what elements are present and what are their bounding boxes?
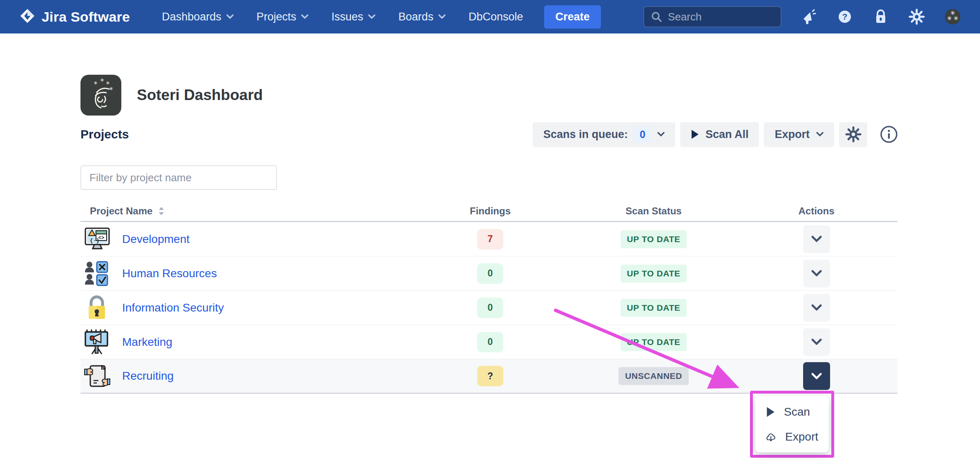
nav-item-label: DbConsole: [469, 11, 523, 23]
projects-table: Project Name Findings Scan Status Action…: [80, 201, 897, 394]
svg-text:*: *: [109, 86, 113, 94]
dropdown-item-label: Scan: [784, 405, 810, 419]
row-actions-button[interactable]: [803, 260, 830, 287]
scans-in-queue-label: Scans in queue:: [543, 128, 628, 141]
soteri-face-logo: ****: [80, 75, 121, 116]
nav-item-issues[interactable]: Issues: [331, 11, 375, 23]
info-icon: [880, 125, 898, 144]
table-row: Information Security 0 UP TO DATE: [80, 291, 897, 325]
scans-in-queue-count: 0: [634, 127, 651, 142]
soteri-dashboard-page: Jira Software Dashboards Projects Issues…: [0, 0, 980, 472]
chevron-down-icon: [811, 338, 822, 345]
chevron-down-icon: [226, 14, 234, 19]
scan-status-badge: UP TO DATE: [621, 265, 687, 283]
scan-status-badge: UP TO DATE: [621, 230, 687, 248]
row-actions-button[interactable]: [803, 294, 830, 322]
jira-brand[interactable]: Jira Software: [19, 8, 130, 25]
project-link[interactable]: Human Resources: [122, 267, 217, 280]
chevron-down-icon: [301, 14, 308, 19]
export-button[interactable]: Export: [764, 122, 834, 147]
row-actions-button[interactable]: [803, 225, 830, 253]
nav-item-boards[interactable]: Boards: [398, 11, 446, 23]
scan-status-badge: UNSCANNED: [618, 367, 689, 385]
chevron-down-icon: [811, 304, 822, 311]
chevron-down-icon: [811, 236, 822, 243]
column-header-actions: Actions: [735, 205, 897, 217]
nav-item-dashboards[interactable]: Dashboards: [162, 11, 234, 23]
help-icon[interactable]: ?: [836, 8, 853, 25]
table-row: Marketing 0 UP TO DATE: [80, 325, 897, 359]
findings-count: 0: [477, 332, 503, 352]
project-link[interactable]: Information Security: [122, 301, 224, 314]
row-actions-button[interactable]: [803, 328, 830, 356]
projects-toolbar: Scans in queue: 0 Scan All Export: [533, 122, 898, 147]
project-link[interactable]: Development: [122, 233, 190, 246]
search-box[interactable]: [643, 6, 781, 27]
billboard-megaphone-icon: [84, 329, 111, 356]
gear-icon: [845, 126, 862, 143]
search-input[interactable]: [668, 11, 766, 23]
dropdown-item-label: Export: [785, 430, 818, 443]
chevron-down-icon: [438, 14, 446, 19]
scan-all-button[interactable]: Scan All: [680, 122, 759, 147]
jira-logo-icon: [19, 8, 36, 25]
sort-icon: [158, 207, 165, 216]
padlock-icon: [84, 294, 111, 321]
info-button[interactable]: [880, 125, 898, 144]
row-actions-dropdown: Scan Export: [755, 396, 829, 452]
project-filter-input[interactable]: [80, 165, 277, 190]
svg-text:?: ?: [842, 12, 848, 21]
scan-all-label: Scan All: [705, 128, 749, 141]
megaphone-icon[interactable]: [800, 8, 817, 25]
nav-item-label: Issues: [331, 11, 363, 23]
play-icon: [766, 407, 775, 417]
scans-in-queue-button[interactable]: Scans in queue: 0: [533, 122, 675, 147]
app-header: **** Soteri Dashboard: [80, 75, 263, 116]
findings-count: ?: [477, 366, 503, 386]
search-icon: [651, 11, 662, 22]
table-row: <> {·} Development 7 UP TO DATE: [80, 222, 897, 256]
column-header-findings: Findings: [409, 205, 572, 217]
findings-count: 0: [477, 263, 503, 284]
row-actions-button-open[interactable]: [803, 362, 830, 390]
project-link[interactable]: Marketing: [122, 336, 172, 349]
svg-text:{·}: {·}: [90, 238, 99, 244]
chevron-down-icon: [368, 14, 375, 19]
findings-count: 7: [477, 229, 503, 249]
dropdown-item-scan[interactable]: Scan: [755, 401, 829, 423]
dropdown-item-export[interactable]: Export: [755, 425, 829, 448]
cloud-download-icon: [766, 432, 776, 442]
top-navbar: Jira Software Dashboards Projects Issues…: [0, 0, 980, 33]
development-monitor-icon: <> {·}: [84, 226, 111, 253]
create-button[interactable]: Create: [544, 5, 601, 29]
play-icon: [691, 129, 699, 139]
column-header-scan-status: Scan Status: [572, 205, 735, 217]
chevron-down-icon: [811, 270, 822, 277]
chevron-down-icon: [816, 132, 824, 137]
svg-text:*: *: [100, 78, 104, 85]
navbar-right: ?: [643, 6, 961, 27]
project-link[interactable]: Recruiting: [122, 370, 174, 383]
svg-text:*: *: [94, 80, 98, 88]
table-row: Recruiting ? UNSCANNED: [80, 359, 897, 394]
column-header-project-name[interactable]: Project Name: [80, 205, 409, 217]
gear-icon[interactable]: [908, 8, 925, 25]
people-checklist-icon: [84, 260, 111, 287]
lock-icon[interactable]: [872, 8, 889, 25]
findings-count: 0: [477, 298, 503, 318]
settings-button[interactable]: [839, 122, 867, 147]
contract-hands-icon: [84, 363, 111, 390]
export-label: Export: [775, 128, 810, 141]
svg-text:✳: ✳: [947, 15, 952, 22]
projects-heading: Projects: [80, 127, 129, 141]
brand-name: Jira Software: [42, 9, 130, 25]
nav-item-projects[interactable]: Projects: [257, 11, 309, 23]
nav-item-dbconsole[interactable]: DbConsole: [469, 11, 523, 23]
avatar[interactable]: ✳ ✳ ✳: [944, 8, 961, 25]
page-title: Soteri Dashboard: [137, 87, 263, 104]
nav-item-label: Dashboards: [162, 11, 221, 23]
projects-section-header: Projects Scans in queue: 0 Scan All Expo…: [80, 121, 898, 147]
table-row: Human Resources 0 UP TO DATE: [80, 256, 897, 291]
chevron-down-icon: [657, 132, 665, 137]
scan-status-badge: UP TO DATE: [621, 299, 687, 317]
